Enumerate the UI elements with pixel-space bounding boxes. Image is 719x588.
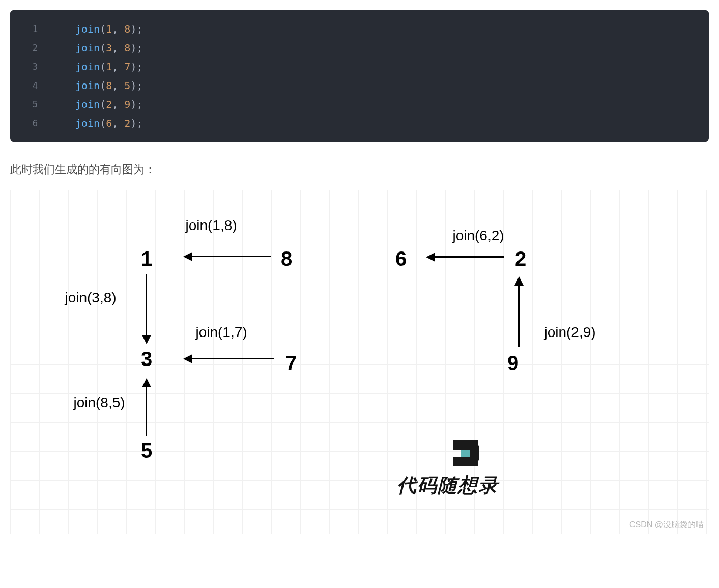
code-line: 5 join(2, 9); <box>10 95 709 114</box>
arrowhead-icon <box>183 354 192 363</box>
node-2: 2 <box>515 247 526 270</box>
code-content: join(6, 2); <box>60 117 143 129</box>
code-gutter <box>10 10 60 142</box>
label-join-8-5: join(8,5) <box>73 395 125 411</box>
code-block: 1 join(1, 8); 2 join(3, 8); 3 join(1, 7)… <box>10 10 709 142</box>
label-join-6-2: join(6,2) <box>452 228 504 244</box>
node-1: 1 <box>141 247 152 270</box>
code-content: join(8, 5); <box>60 79 143 92</box>
label-join-1-8: join(1,8) <box>185 217 237 234</box>
code-line: 3 join(1, 7); <box>10 57 709 76</box>
watermark-text: CSDN @没脑袋的喵 <box>629 520 704 530</box>
node-6: 6 <box>395 247 407 270</box>
arrow-9-to-2 <box>518 286 520 347</box>
code-content: join(2, 9); <box>60 98 143 110</box>
code-line: 6 join(6, 2); <box>10 114 709 132</box>
label-join-3-8: join(3,8) <box>65 290 116 306</box>
code-line: 1 join(1, 8); <box>10 19 709 38</box>
code-line: 4 join(8, 5); <box>10 76 709 95</box>
arrow-2-to-6 <box>435 256 504 258</box>
node-3: 3 <box>141 348 152 371</box>
code-content: join(1, 7); <box>60 61 143 73</box>
code-line: 2 join(3, 8); <box>10 38 709 57</box>
node-9: 9 <box>507 352 519 375</box>
arrowhead-icon <box>142 378 151 387</box>
node-7: 7 <box>285 352 297 375</box>
node-8: 8 <box>281 247 292 270</box>
diagram: 1 8 3 7 5 6 2 9 join(1,8) join(3,8) join… <box>10 190 709 534</box>
arrowhead-icon <box>142 335 151 344</box>
code-content: join(1, 8); <box>60 23 143 35</box>
arrow-7-to-3 <box>192 358 274 359</box>
brand-logo-icon <box>453 440 488 466</box>
brand-text: 代码随想录 <box>397 472 499 498</box>
label-join-2-9: join(2,9) <box>544 324 595 341</box>
label-join-1-7: join(1,7) <box>195 324 247 341</box>
arrowhead-icon <box>514 276 524 286</box>
arrow-8-to-1 <box>192 256 271 257</box>
paragraph-text: 此时我们生成的的有向图为： <box>10 162 709 177</box>
arrow-5-to-3 <box>146 387 147 436</box>
node-5: 5 <box>141 439 152 462</box>
arrowhead-icon <box>183 252 192 261</box>
arrow-1-to-3 <box>146 274 147 335</box>
arrowhead-icon <box>426 253 435 262</box>
code-content: join(3, 8); <box>60 42 143 54</box>
